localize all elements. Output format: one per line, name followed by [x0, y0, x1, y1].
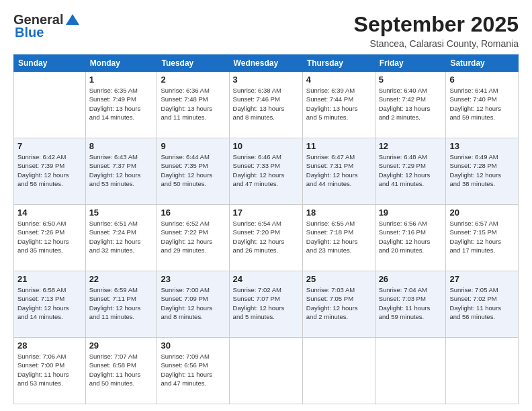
- day-info: Sunrise: 6:48 AM Sunset: 7:29 PM Dayligh…: [379, 152, 443, 188]
- day-info: Sunrise: 6:43 AM Sunset: 7:37 PM Dayligh…: [89, 152, 154, 188]
- day-info: Sunrise: 7:02 AM Sunset: 7:07 PM Dayligh…: [233, 285, 299, 321]
- day-number: 11: [306, 141, 371, 151]
- logo: General Blue: [13, 12, 79, 40]
- header-cell-wednesday: Wednesday: [229, 55, 302, 72]
- day-number: 4: [306, 75, 371, 85]
- day-info: Sunrise: 6:50 AM Sunset: 7:26 PM Dayligh…: [17, 219, 82, 255]
- main-title: September 2025: [354, 12, 519, 37]
- header-cell-friday: Friday: [375, 55, 446, 72]
- week-row-1: 7Sunrise: 6:42 AM Sunset: 7:39 PM Daylig…: [14, 138, 519, 205]
- day-cell: 8Sunrise: 6:43 AM Sunset: 7:37 PM Daylig…: [85, 138, 157, 205]
- day-cell: 7Sunrise: 6:42 AM Sunset: 7:39 PM Daylig…: [14, 138, 86, 205]
- day-cell: 28Sunrise: 7:06 AM Sunset: 7:00 PM Dayli…: [14, 338, 86, 404]
- day-number: 21: [17, 274, 82, 284]
- day-number: 3: [233, 75, 299, 85]
- day-info: Sunrise: 6:41 AM Sunset: 7:40 PM Dayligh…: [449, 86, 515, 122]
- day-cell: 9Sunrise: 6:44 AM Sunset: 7:35 PM Daylig…: [157, 138, 229, 205]
- day-number: 9: [161, 141, 225, 151]
- day-number: 8: [89, 141, 154, 151]
- day-number: 6: [449, 75, 515, 85]
- day-cell: 15Sunrise: 6:51 AM Sunset: 7:24 PM Dayli…: [85, 205, 157, 271]
- day-info: Sunrise: 6:51 AM Sunset: 7:24 PM Dayligh…: [89, 219, 154, 255]
- day-number: 18: [306, 208, 371, 218]
- svg-marker-0: [66, 14, 79, 25]
- day-info: Sunrise: 6:40 AM Sunset: 7:42 PM Dayligh…: [379, 86, 443, 122]
- day-cell: 19Sunrise: 6:56 AM Sunset: 7:16 PM Dayli…: [375, 205, 446, 271]
- day-cell: 27Sunrise: 7:05 AM Sunset: 7:02 PM Dayli…: [446, 271, 519, 338]
- day-cell: 18Sunrise: 6:55 AM Sunset: 7:18 PM Dayli…: [302, 205, 375, 271]
- header-cell-tuesday: Tuesday: [157, 55, 229, 72]
- calendar-header: SundayMondayTuesdayWednesdayThursdayFrid…: [14, 55, 519, 72]
- day-info: Sunrise: 7:07 AM Sunset: 6:58 PM Dayligh…: [89, 352, 154, 387]
- day-number: 24: [233, 274, 299, 284]
- day-cell: 10Sunrise: 6:46 AM Sunset: 7:33 PM Dayli…: [229, 138, 302, 205]
- day-number: 25: [306, 274, 371, 284]
- day-info: Sunrise: 6:44 AM Sunset: 7:35 PM Dayligh…: [161, 152, 225, 188]
- day-number: 22: [89, 274, 154, 284]
- day-number: 16: [161, 208, 225, 218]
- day-cell: 3Sunrise: 6:38 AM Sunset: 7:46 PM Daylig…: [229, 72, 302, 138]
- week-row-4: 28Sunrise: 7:06 AM Sunset: 7:00 PM Dayli…: [14, 338, 519, 404]
- day-info: Sunrise: 7:05 AM Sunset: 7:02 PM Dayligh…: [449, 285, 515, 321]
- day-number: 2: [161, 75, 225, 85]
- day-info: Sunrise: 6:55 AM Sunset: 7:18 PM Dayligh…: [306, 219, 371, 255]
- week-row-3: 21Sunrise: 6:58 AM Sunset: 7:13 PM Dayli…: [14, 271, 519, 338]
- page: General Blue September 2025 Stancea, Cal…: [0, 0, 532, 411]
- day-number: 27: [449, 274, 515, 284]
- day-info: Sunrise: 6:49 AM Sunset: 7:28 PM Dayligh…: [449, 152, 515, 188]
- day-number: 15: [89, 208, 154, 218]
- header-cell-sunday: Sunday: [14, 55, 86, 72]
- day-number: 12: [379, 141, 443, 151]
- calendar-body: 1Sunrise: 6:35 AM Sunset: 7:49 PM Daylig…: [14, 72, 519, 404]
- day-cell: 26Sunrise: 7:04 AM Sunset: 7:03 PM Dayli…: [375, 271, 446, 338]
- day-cell: 4Sunrise: 6:39 AM Sunset: 7:44 PM Daylig…: [302, 72, 375, 138]
- week-row-0: 1Sunrise: 6:35 AM Sunset: 7:49 PM Daylig…: [14, 72, 519, 138]
- day-cell: 6Sunrise: 6:41 AM Sunset: 7:40 PM Daylig…: [446, 72, 519, 138]
- day-number: 20: [449, 208, 515, 218]
- day-number: 30: [161, 340, 225, 351]
- day-number: 23: [161, 274, 225, 284]
- day-cell: 12Sunrise: 6:48 AM Sunset: 7:29 PM Dayli…: [375, 138, 446, 205]
- day-info: Sunrise: 6:47 AM Sunset: 7:31 PM Dayligh…: [306, 152, 371, 188]
- day-number: 1: [89, 75, 154, 85]
- day-cell: [229, 338, 302, 404]
- day-info: Sunrise: 6:39 AM Sunset: 7:44 PM Dayligh…: [306, 86, 371, 122]
- day-number: 5: [379, 75, 443, 85]
- day-cell: 21Sunrise: 6:58 AM Sunset: 7:13 PM Dayli…: [14, 271, 86, 338]
- day-cell: 24Sunrise: 7:02 AM Sunset: 7:07 PM Dayli…: [229, 271, 302, 338]
- day-cell: [446, 338, 519, 404]
- day-number: 14: [17, 208, 82, 218]
- day-info: Sunrise: 6:59 AM Sunset: 7:11 PM Dayligh…: [89, 285, 154, 321]
- day-number: 17: [233, 208, 299, 218]
- logo-blue-text: Blue: [15, 25, 44, 40]
- header-cell-monday: Monday: [85, 55, 157, 72]
- header-cell-saturday: Saturday: [446, 55, 519, 72]
- day-cell: 30Sunrise: 7:09 AM Sunset: 6:56 PM Dayli…: [157, 338, 229, 404]
- day-cell: [14, 72, 86, 138]
- day-info: Sunrise: 7:09 AM Sunset: 6:56 PM Dayligh…: [161, 352, 225, 387]
- day-number: 10: [233, 141, 299, 151]
- day-info: Sunrise: 6:54 AM Sunset: 7:20 PM Dayligh…: [233, 219, 299, 255]
- day-info: Sunrise: 6:42 AM Sunset: 7:39 PM Dayligh…: [17, 152, 82, 188]
- day-cell: [375, 338, 446, 404]
- day-info: Sunrise: 6:38 AM Sunset: 7:46 PM Dayligh…: [233, 86, 299, 122]
- header-cell-thursday: Thursday: [302, 55, 375, 72]
- day-cell: [302, 338, 375, 404]
- day-info: Sunrise: 6:58 AM Sunset: 7:13 PM Dayligh…: [17, 285, 82, 321]
- day-number: 13: [449, 141, 515, 151]
- day-info: Sunrise: 6:57 AM Sunset: 7:15 PM Dayligh…: [449, 219, 515, 255]
- day-cell: 23Sunrise: 7:00 AM Sunset: 7:09 PM Dayli…: [157, 271, 229, 338]
- day-cell: 14Sunrise: 6:50 AM Sunset: 7:26 PM Dayli…: [14, 205, 86, 271]
- day-info: Sunrise: 6:46 AM Sunset: 7:33 PM Dayligh…: [233, 152, 299, 188]
- day-number: 29: [89, 340, 154, 351]
- day-cell: 1Sunrise: 6:35 AM Sunset: 7:49 PM Daylig…: [85, 72, 157, 138]
- title-block: September 2025 Stancea, Calarasi County,…: [354, 12, 519, 49]
- day-cell: 11Sunrise: 6:47 AM Sunset: 7:31 PM Dayli…: [302, 138, 375, 205]
- day-info: Sunrise: 7:06 AM Sunset: 7:00 PM Dayligh…: [17, 352, 82, 387]
- day-cell: 5Sunrise: 6:40 AM Sunset: 7:42 PM Daylig…: [375, 72, 446, 138]
- header-row: SundayMondayTuesdayWednesdayThursdayFrid…: [14, 55, 519, 72]
- day-cell: 17Sunrise: 6:54 AM Sunset: 7:20 PM Dayli…: [229, 205, 302, 271]
- day-number: 28: [17, 340, 82, 351]
- day-info: Sunrise: 6:36 AM Sunset: 7:48 PM Dayligh…: [161, 86, 225, 122]
- day-cell: 29Sunrise: 7:07 AM Sunset: 6:58 PM Dayli…: [85, 338, 157, 404]
